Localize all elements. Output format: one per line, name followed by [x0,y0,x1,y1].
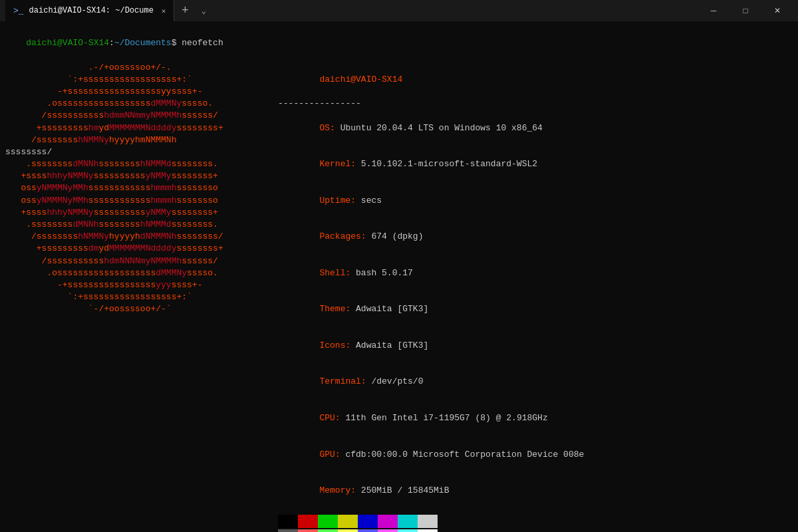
color-swatch [358,515,378,528]
window-controls: ─ □ ✕ [698,0,793,21]
title-bar: >_ daichi@VAIO-SX14: ~/Docume ✕ + ⌄ ─ □ … [0,0,798,21]
info-os: OS: Ubuntu 20.04.4 LTS on Windows 10 x86… [278,110,793,146]
info-kernel: Kernel: 5.10.102.1-microsoft-standard-WS… [278,146,793,183]
theme-value: Adwaita [GTK3] [350,304,428,314]
close-button[interactable]: ✕ [762,0,793,21]
cpu-label: CPU: [319,413,340,423]
kernel-label: Kernel: [319,159,356,169]
terminal-body[interactable]: daichi@VAIO-SX14:~/Documents$ neofetch .… [0,21,798,532]
gpu-label: GPU: [319,450,340,460]
art-line-12: +sssshhhyNMMNyssssssssssyNMMyssssssss+ [5,207,271,219]
neofetch-command-line: daichi@VAIO-SX14:~/Documents$ neofetch [5,25,793,62]
art-line-10: ossyNMMMNyMMhsssssssssssshmmmhssssssso [5,182,271,194]
info-user-host: daichi@VAIO-SX14 [278,62,793,98]
art-line-18: -+sssssssssssssssssyyyssss+- [5,279,271,291]
terminal-label: Terminal: [319,376,366,386]
color-swatch [398,529,418,533]
art-line-1: .-/+oossssoo+/-. [5,62,271,74]
info-theme: Theme: Adwaita [GTK3] [278,291,793,328]
terminal-tab[interactable]: >_ daichi@VAIO-SX14: ~/Docume ✕ [5,0,174,21]
color-swatch [338,529,358,533]
info-memory: Memory: 250MiB / 15845MiB [278,473,793,509]
info-user: daichi@VAIO-SX14 [319,74,402,84]
os-value: Ubuntu 20.04.4 LTS on Windows 10 x86_64 [335,123,543,133]
neofetch-cmd: neofetch [177,38,223,48]
info-separator: ---------------- [278,98,793,110]
art-line-13: .ssssssssdMNNhsssssssshNMMMdssssssss. [5,219,271,231]
art-line-9: +sssshhhyNMMNyssssssssssyNMMyssssssss+ [5,170,271,182]
art-line-19: `:+ssssssssssssssssss+:` [5,291,271,303]
minimize-button[interactable]: ─ [698,0,729,21]
packages-value: 674 (dpkg) [366,231,424,241]
info-uptime: Uptime: secs [278,182,793,219]
color-swatch [298,529,318,533]
info-packages: Packages: 674 (dpkg) [278,219,793,255]
cpu-value: 11th Gen Intel i7-1195G7 (8) @ 2.918GHz [340,413,548,423]
art-line-5: /ssssssssssshdmmNNmmyNMMMMhssssss/ [5,110,271,122]
close-tab-button[interactable]: ✕ [162,7,166,15]
prompt-path: ~/Documents [114,38,172,48]
neofetch-info: daichi@VAIO-SX14 ---------------- OS: Ub… [271,62,793,532]
art-line-7: /sssssssshNMMNyhyyyyhmNMMMNh [5,134,271,146]
memory-label: Memory: [319,485,356,495]
color-swatch [378,515,398,528]
swatch-row-2 [278,529,793,533]
color-swatch [378,529,398,533]
color-swatch [318,529,338,533]
info-gpu: GPU: cfdb:00:00.0 Microsoft Corporation … [278,436,793,473]
art-line-2: `:+ssssssssssssssssss+:` [5,74,271,86]
shell-value: bash 5.0.17 [350,268,413,278]
art-line-20: `-/+oossssoo+/-` [5,303,271,315]
neofetch-block: .-/+oossssoo+/-. `:+ssssssssssssssssss+:… [5,62,793,532]
icons-label: Icons: [319,340,350,350]
color-swatches [278,515,793,533]
color-swatch [398,515,418,528]
art-line-16: /ssssssssssshdmNNNNmyNMMMMhssssss/ [5,255,271,267]
art-line-14: /sssssssshNMMNyhyyyyhdNMMMNhssssssss/ [5,231,271,243]
terminal-value: /dev/pts/0 [366,376,424,386]
color-swatch [338,515,358,528]
prompt-user: daichi@VAIO-SX14 [26,38,109,48]
tab-area: >_ daichi@VAIO-SX14: ~/Docume ✕ + ⌄ [5,0,698,21]
new-tab-button[interactable]: + [174,0,196,21]
art-line-17: .osssssssssssssssssssdMMMNysssso. [5,267,271,279]
packages-label: Packages: [319,231,366,241]
color-swatch [298,515,318,528]
color-swatch [418,515,438,528]
gpu-value: cfdb:00:00.0 Microsoft Corporation Devic… [340,450,585,460]
theme-label: Theme: [319,304,350,314]
color-swatch [358,529,378,533]
icons-value: Adwaita [GTK3] [350,340,428,350]
os-label: OS: [319,123,334,133]
info-cpu: CPU: 11th Gen Intel i7-1195G7 (8) @ 2.91… [278,400,793,437]
art-line-11: ossyNMMMNyMMhsssssssssssshmmmhssssssso [5,195,271,207]
swatch-row-1 [278,515,793,528]
art-line-6: +ssssssssshmydMMMMMMMNddddyssssssss+ [5,122,271,134]
terminal-icon: >_ [13,6,24,16]
info-shell: Shell: bash 5.0.17 [278,255,793,292]
uptime-label: Uptime: [319,196,356,205]
shell-label: Shell: [319,268,350,278]
memory-value: 250MiB / 15845MiB [356,485,449,495]
info-terminal: Terminal: /dev/pts/0 [278,364,793,400]
tab-dropdown-button[interactable]: ⌄ [196,0,211,21]
kernel-value: 5.10.102.1-microsoft-standard-WSL2 [356,159,537,169]
color-swatch [278,515,298,528]
prompt-colon: : [109,38,114,48]
color-swatch [418,529,438,533]
color-swatch [318,515,338,528]
art-line-3: -+ssssssssssssssssssyyssss+- [5,86,271,98]
ascii-art: .-/+oossssoo+/-. `:+ssssssssssssssssss+:… [5,62,271,532]
art-line-8: .ssssssssdMNNhsssssssshNMMMdssssssss. [5,158,271,170]
tab-label: daichi@VAIO-SX14: ~/Docume [29,6,154,15]
color-swatch [278,529,298,533]
prompt-dollar: $ [172,38,177,48]
art-line-4: .ossssssssssssssssssdMMMNysssso. [5,98,271,110]
info-icons: Icons: Adwaita [GTK3] [278,328,793,364]
uptime-value: secs [356,196,382,205]
maximize-button[interactable]: □ [730,0,761,21]
art-line-15: +sssssssssdmydMMMMMMMNddddyssssssss+ [5,243,271,255]
